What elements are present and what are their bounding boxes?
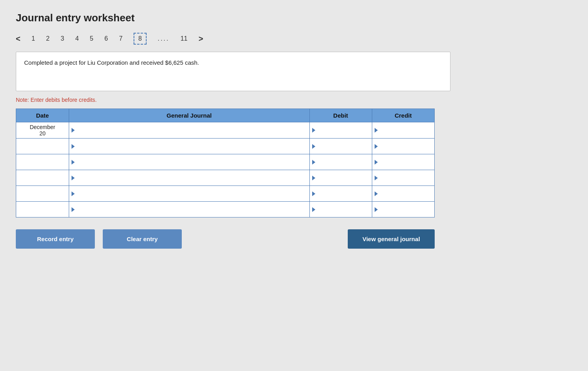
journal-input-2[interactable] [76, 143, 308, 150]
credit-input-6[interactable] [379, 206, 433, 213]
col-header-journal: General Journal [69, 109, 309, 122]
triangle-icon [312, 128, 315, 133]
triangle-icon [72, 176, 75, 180]
credit-cell-3[interactable] [372, 154, 434, 170]
page-5[interactable]: 5 [90, 35, 93, 42]
journal-cell-3[interactable] [69, 154, 309, 170]
journal-cell-6[interactable] [69, 202, 309, 217]
credit-cell-4[interactable] [372, 170, 434, 186]
col-header-credit: Credit [372, 109, 434, 122]
journal-input-4[interactable] [76, 175, 308, 181]
table-row: December20 [16, 122, 435, 139]
record-entry-button[interactable]: Record entry [16, 229, 95, 249]
table-row [16, 139, 435, 154]
debit-cell-3[interactable] [309, 154, 372, 170]
page-ellipsis: .... [158, 35, 170, 42]
triangle-icon [72, 128, 75, 133]
triangle-icon [375, 128, 378, 133]
triangle-icon [312, 160, 315, 165]
journal-input-3[interactable] [76, 159, 308, 165]
credit-input-2[interactable] [379, 143, 433, 150]
debit-cell-5[interactable] [309, 186, 372, 202]
page-1[interactable]: 1 [32, 35, 35, 42]
triangle-icon [312, 207, 315, 212]
triangle-icon [375, 160, 378, 165]
date-cell-3 [16, 154, 69, 170]
credit-cell-6[interactable] [372, 202, 434, 217]
page-8[interactable]: 8 [134, 33, 147, 45]
triangle-icon [375, 144, 378, 149]
page-7[interactable]: 7 [119, 35, 122, 42]
debit-input-6[interactable] [317, 206, 370, 213]
table-row [16, 186, 435, 202]
buttons-row: Record entry Clear entry View general jo… [16, 229, 435, 249]
description-text: Completed a project for Liu Corporation … [24, 59, 199, 66]
clear-entry-button[interactable]: Clear entry [103, 229, 182, 249]
table-row [16, 170, 435, 186]
date-cell-4 [16, 170, 69, 186]
next-arrow[interactable]: > [199, 34, 204, 43]
journal-input-5[interactable] [76, 191, 308, 197]
debit-cell-2[interactable] [309, 139, 372, 154]
debit-input-1[interactable] [317, 127, 370, 133]
page-11[interactable]: 11 [181, 35, 188, 42]
date-cell-6 [16, 202, 69, 217]
journal-input-6[interactable] [76, 206, 308, 213]
triangle-icon [312, 144, 315, 149]
journal-cell-2[interactable] [69, 139, 309, 154]
col-header-date: Date [16, 109, 69, 122]
credit-cell-1[interactable] [372, 122, 434, 139]
debit-input-4[interactable] [317, 175, 370, 181]
description-box: Completed a project for Liu Corporation … [16, 52, 450, 91]
triangle-icon [375, 207, 378, 212]
debit-input-3[interactable] [317, 159, 370, 165]
credit-input-5[interactable] [379, 191, 433, 197]
page-6[interactable]: 6 [104, 35, 108, 42]
credit-input-4[interactable] [379, 175, 433, 181]
date-cell-1: December20 [16, 122, 69, 139]
triangle-icon [72, 160, 75, 165]
date-cell-2 [16, 139, 69, 154]
date-cell-5 [16, 186, 69, 202]
journal-cell-1[interactable] [69, 122, 309, 139]
credit-input-3[interactable] [379, 159, 433, 165]
view-general-journal-button[interactable]: View general journal [348, 229, 435, 249]
debit-cell-1[interactable] [309, 122, 372, 139]
note-text: Note: Enter debits before credits. [16, 97, 572, 103]
triangle-icon [312, 176, 315, 180]
triangle-icon [72, 191, 75, 196]
table-row [16, 202, 435, 217]
journal-cell-5[interactable] [69, 186, 309, 202]
page-3[interactable]: 3 [61, 35, 64, 42]
credit-cell-2[interactable] [372, 139, 434, 154]
pagination-bar: < 1 2 3 4 5 6 7 8 .... 11 > [16, 33, 572, 45]
triangle-icon [375, 176, 378, 180]
page-title: Journal entry worksheet [16, 12, 572, 24]
journal-table: Date General Journal Debit Credit Decemb… [16, 109, 435, 217]
triangle-icon [312, 191, 315, 196]
credit-input-1[interactable] [379, 127, 433, 133]
col-header-debit: Debit [309, 109, 372, 122]
credit-cell-5[interactable] [372, 186, 434, 202]
table-row [16, 154, 435, 170]
debit-input-5[interactable] [317, 191, 370, 197]
prev-arrow[interactable]: < [16, 34, 21, 43]
page-4[interactable]: 4 [75, 35, 79, 42]
debit-cell-4[interactable] [309, 170, 372, 186]
triangle-icon [375, 191, 378, 196]
debit-input-2[interactable] [317, 143, 370, 150]
triangle-icon [72, 207, 75, 212]
page-2[interactable]: 2 [46, 35, 50, 42]
journal-cell-4[interactable] [69, 170, 309, 186]
debit-cell-6[interactable] [309, 202, 372, 217]
journal-input-1[interactable] [76, 127, 308, 133]
triangle-icon [72, 144, 75, 149]
